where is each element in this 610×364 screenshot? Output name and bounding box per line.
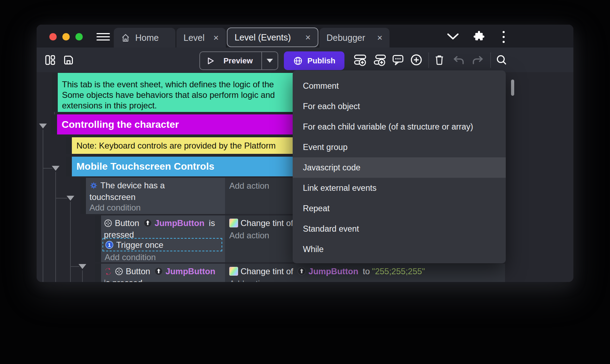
condition-cell-jumpbutton-pressed[interactable]: Button JumpButton is pressed 1 Trigger o… bbox=[101, 215, 225, 262]
add-action-link[interactable]: Add action bbox=[229, 278, 269, 282]
group-title: Mobile Touchscreen Controls bbox=[76, 161, 214, 172]
add-comment-icon[interactable] bbox=[392, 54, 404, 66]
tree-line bbox=[82, 270, 83, 282]
close-icon[interactable]: × bbox=[377, 33, 382, 42]
desktop: Home Level × Level (Events) × Debugger ×… bbox=[0, 0, 610, 364]
block-handle[interactable] bbox=[51, 114, 57, 134]
tab-label: Level bbox=[183, 33, 205, 43]
note-text: Note: Keyboard controls are provided by … bbox=[76, 141, 276, 151]
tab-level-events[interactable]: Level (Events) × bbox=[227, 27, 318, 47]
tree-line bbox=[55, 198, 67, 199]
tree-line bbox=[70, 202, 71, 282]
delete-trash-icon[interactable] bbox=[434, 54, 445, 66]
chevron-down-icon[interactable] bbox=[447, 33, 459, 40]
block-handle[interactable] bbox=[80, 178, 86, 214]
menu-item-for-each-object[interactable]: For each object bbox=[293, 96, 506, 117]
svg-text:1: 1 bbox=[108, 241, 111, 247]
condition-label: is pressed bbox=[104, 278, 142, 282]
condition-text[interactable]: The device has a touchscreen bbox=[89, 180, 207, 203]
menu-item-repeat[interactable]: Repeat bbox=[293, 198, 506, 219]
add-action-link[interactable]: Add action bbox=[229, 180, 269, 192]
traffic-minimize-button[interactable] bbox=[62, 33, 70, 40]
undo-icon[interactable] bbox=[453, 55, 465, 65]
action-label: to bbox=[363, 266, 370, 276]
trigger-once-icon: 1 bbox=[105, 240, 114, 249]
tint-color-icon bbox=[229, 219, 238, 227]
publish-button[interactable]: Publish bbox=[284, 51, 344, 70]
condition-label: The device has a touchscreen bbox=[89, 181, 165, 202]
app-window: Home Level × Level (Events) × Debugger ×… bbox=[37, 25, 573, 282]
jumpbutton-sprite-icon bbox=[143, 219, 152, 227]
menu-item-event-group[interactable]: Event group bbox=[293, 137, 506, 157]
preview-label: Preview bbox=[215, 56, 261, 65]
menu-item-while[interactable]: While bbox=[293, 239, 506, 259]
tab-debugger[interactable]: Debugger × bbox=[319, 28, 390, 48]
add-condition-link[interactable]: Add condition bbox=[89, 202, 141, 213]
action-text[interactable]: Change tint of JumpButton to"255;255;255… bbox=[229, 265, 425, 277]
save-icon[interactable] bbox=[63, 54, 74, 66]
block-handle[interactable] bbox=[52, 73, 57, 112]
add-action-link[interactable]: Add action bbox=[229, 230, 269, 241]
context-menu: Comment For each object For each child v… bbox=[293, 70, 506, 263]
tab-label: Debugger bbox=[326, 33, 365, 43]
tab-home[interactable]: Home bbox=[114, 28, 175, 48]
publish-label: Publish bbox=[307, 56, 335, 65]
home-icon bbox=[121, 33, 130, 43]
caret-down-icon bbox=[267, 59, 273, 63]
jumpbutton-sprite-icon bbox=[297, 267, 306, 276]
jumpbutton-sprite-icon bbox=[154, 267, 163, 276]
collapse-arrow-icon[interactable] bbox=[52, 166, 60, 171]
addons-puzzle-icon[interactable] bbox=[473, 30, 485, 43]
menu-item-javascript-code[interactable]: Javascript code bbox=[293, 157, 506, 178]
tab-label: Level (Events) bbox=[235, 32, 291, 43]
collapse-arrow-icon[interactable] bbox=[39, 124, 47, 128]
object-name: JumpButton bbox=[309, 266, 358, 276]
close-icon[interactable]: × bbox=[213, 33, 219, 42]
titlebar: Home Level × Level (Events) × Debugger × bbox=[37, 25, 573, 48]
object-name: JumpButton bbox=[155, 218, 204, 228]
tree-line bbox=[43, 130, 43, 282]
preview-button[interactable]: Preview bbox=[199, 51, 278, 70]
collapse-arrow-icon[interactable] bbox=[67, 196, 74, 201]
selected-condition-trigger-once[interactable]: 1 Trigger once bbox=[102, 238, 222, 251]
traffic-close-button[interactable] bbox=[49, 33, 57, 40]
redo-icon[interactable] bbox=[472, 55, 484, 65]
block-handle[interactable] bbox=[66, 137, 71, 154]
add-condition-link[interactable]: Add condition bbox=[105, 251, 156, 263]
event-sheet: This tab is the event sheet, which defin… bbox=[37, 72, 573, 282]
kebab-menu-icon[interactable] bbox=[503, 31, 505, 43]
tab-level[interactable]: Level × bbox=[176, 28, 226, 48]
gamepad-icon bbox=[115, 267, 123, 276]
menu-item-comment[interactable]: Comment bbox=[293, 76, 506, 96]
block-handle[interactable] bbox=[95, 215, 101, 262]
action-cell[interactable]: Change tint of JumpButton to"255;255;255… bbox=[225, 264, 505, 282]
condition-text[interactable]: Button JumpButton is pressed bbox=[104, 217, 221, 240]
menu-item-for-each-child-variable[interactable]: For each child variable (of a structure … bbox=[293, 117, 506, 137]
block-handle[interactable] bbox=[66, 157, 71, 176]
vertical-scrollbar[interactable] bbox=[511, 80, 514, 96]
add-subevent-icon[interactable] bbox=[373, 53, 386, 66]
platform-info-gear-icon bbox=[89, 181, 98, 190]
tree-line bbox=[70, 266, 79, 267]
add-icon[interactable] bbox=[410, 54, 423, 66]
close-icon[interactable]: × bbox=[305, 33, 311, 42]
layout-panels-icon[interactable] bbox=[44, 54, 56, 66]
add-event-icon[interactable] bbox=[354, 53, 367, 66]
toolbar: Preview Publish bbox=[37, 48, 573, 72]
inverted-condition-icon bbox=[104, 267, 112, 276]
condition-text[interactable]: Button JumpButton is pressed bbox=[104, 265, 221, 282]
condition-label: Button bbox=[126, 266, 150, 276]
main-menu-icon[interactable] bbox=[97, 33, 110, 42]
menu-item-standard-event[interactable]: Standard event bbox=[293, 219, 506, 239]
divider bbox=[490, 52, 491, 68]
search-icon[interactable] bbox=[496, 54, 508, 66]
traffic-zoom-button[interactable] bbox=[75, 33, 83, 40]
menu-item-link-external-events[interactable]: Link external events bbox=[293, 178, 506, 198]
block-handle[interactable] bbox=[95, 264, 101, 282]
condition-cell-jumpbutton-pressed-inverted[interactable]: Button JumpButton is pressed bbox=[101, 264, 225, 282]
preview-dropdown-button[interactable] bbox=[262, 52, 278, 69]
collapse-arrow-icon[interactable] bbox=[79, 264, 86, 269]
action-text[interactable]: Change tint of bbox=[229, 217, 293, 229]
tree-line bbox=[55, 172, 56, 282]
condition-cell-touchscreen[interactable]: The device has a touchscreen Add conditi… bbox=[86, 178, 225, 214]
